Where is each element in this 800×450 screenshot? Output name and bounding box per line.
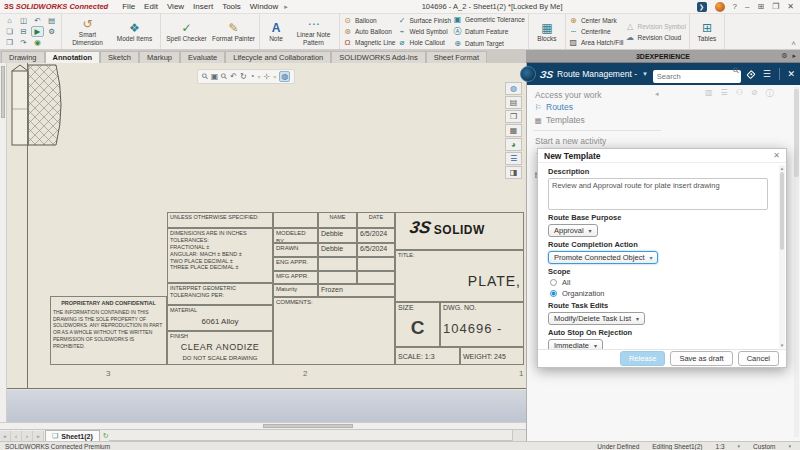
smart-dimension-button[interactable]: ↺ Smart Dimension: [65, 17, 110, 45]
center-mark-button[interactable]: ⊕Center Mark: [569, 16, 624, 25]
radio-unselected-icon[interactable]: [550, 279, 557, 286]
design-library-icon[interactable]: ▤: [505, 96, 522, 109]
menu-pin-icon[interactable]: ▸: [284, 3, 288, 11]
home-icon[interactable]: ⌂: [3, 15, 16, 26]
zoom-area-icon[interactable]: ⚲: [219, 71, 230, 82]
redo-icon[interactable]: ↷: [17, 37, 30, 48]
nav-item-templates[interactable]: ▦ Templates: [534, 115, 585, 125]
help-icon[interactable]: ?: [733, 2, 737, 11]
menu-window[interactable]: Window: [250, 2, 278, 11]
open-icon[interactable]: ❒: [3, 37, 16, 48]
rotate-view-icon[interactable]: ↻: [240, 72, 247, 81]
dialog-close-icon[interactable]: ✕: [773, 151, 780, 160]
orbit-icon[interactable]: ◔: [250, 72, 255, 81]
panel-close-icon[interactable]: ✕: [787, 69, 795, 79]
collapse-arrow-icon[interactable]: ◂: [655, 90, 659, 98]
threedexperience-compass-icon[interactable]: ❯: [697, 2, 707, 12]
tab-markup[interactable]: Markup: [139, 51, 180, 63]
file-explorer-icon[interactable]: ❒: [505, 110, 522, 123]
custom-properties-icon[interactable]: ☰: [505, 152, 522, 165]
geometric-tolerance-button[interactable]: ▣Geometric Tolerance: [453, 15, 525, 24]
save-icon[interactable]: ◫: [17, 15, 30, 26]
close-button[interactable]: ✕: [787, 2, 794, 11]
first-sheet-button[interactable]: «: [0, 431, 11, 441]
dialog-scrollbar[interactable]: ▴ ▾: [779, 165, 785, 348]
auto-balloon-button[interactable]: ⊛Auto Balloon: [343, 27, 395, 36]
magnetic-line-button[interactable]: ΩMagnetic Line: [343, 38, 395, 47]
sheets-icon[interactable]: ▤: [45, 15, 58, 26]
tab-sheet-format[interactable]: Sheet Format: [426, 51, 487, 63]
search-input[interactable]: [653, 70, 741, 83]
model-items-button[interactable]: ❖ Model Items: [112, 21, 157, 42]
minimize-button[interactable]: –: [745, 2, 749, 11]
user-avatar[interactable]: [715, 2, 725, 12]
menu-tools[interactable]: Tools: [222, 2, 241, 11]
weld-symbol-button[interactable]: ⌁Weld Symbol: [397, 27, 451, 36]
app-circle-icon[interactable]: [520, 66, 536, 82]
radio-selected-icon[interactable]: [550, 290, 557, 297]
scale-dropdown-caret-icon[interactable]: ▾: [738, 443, 741, 449]
sheet-tab-active[interactable]: ❏ Sheet1(2): [45, 430, 100, 441]
tag-icon[interactable]: [746, 69, 755, 78]
tab-evaluate[interactable]: Evaluate: [180, 51, 225, 63]
zoom-fit-icon[interactable]: ▣: [211, 72, 219, 81]
undo-icon[interactable]: ↶: [31, 15, 44, 26]
options-gear-icon[interactable]: ⚙: [45, 26, 58, 37]
menu-insert[interactable]: Insert: [193, 2, 213, 11]
person-icon[interactable]: ⚇: [736, 88, 743, 99]
menu-edit[interactable]: Edit: [144, 2, 158, 11]
maximize-button[interactable]: ⊞: [757, 2, 764, 11]
tab-annotation[interactable]: Annotation: [45, 51, 101, 63]
new-document-icon[interactable]: ❏: [3, 26, 16, 37]
cancel-button[interactable]: Cancel: [738, 351, 779, 366]
tab-bar-grip[interactable]: [512, 430, 526, 441]
tab-lifecycle[interactable]: Lifecycle and Collaboration: [225, 51, 331, 63]
route-completion-action-dropdown[interactable]: Promote Connected Object ▾: [548, 251, 658, 264]
balloon-button[interactable]: ⊙Balloon: [343, 16, 395, 25]
dialog-scrollbar-thumb[interactable]: [780, 172, 784, 250]
vertical-scrollbar[interactable]: [0, 63, 7, 429]
menu-file[interactable]: File: [122, 2, 135, 11]
panel-scrollbar[interactable]: [794, 87, 799, 437]
save-as-draft-button[interactable]: Save as draft: [670, 351, 732, 366]
app-switcher-caret-icon[interactable]: ▾: [643, 70, 647, 78]
previous-view-icon[interactable]: ↶: [230, 72, 237, 81]
strip-pin-icon[interactable]: ▸: [792, 52, 796, 60]
apply-scene-globe-icon[interactable]: ◍: [279, 71, 290, 82]
tab-sketch[interactable]: Sketch: [100, 51, 139, 63]
format-painter-button[interactable]: ✎ Format Painter: [211, 21, 256, 42]
blocks-button[interactable]: ▦ Blocks: [532, 21, 562, 42]
panel-app-title[interactable]: Route Management - My R...: [557, 69, 639, 79]
rebuild-traffic-light-icon[interactable]: ◉: [31, 37, 44, 48]
horizontal-scrollbar-thumb[interactable]: [263, 424, 353, 428]
release-button[interactable]: Release: [620, 351, 666, 366]
tab-drawing[interactable]: Drawing: [1, 51, 45, 63]
linear-note-pattern-button[interactable]: ⋯ Linear Note Pattern: [291, 17, 336, 45]
ribbon-collapse-chevron[interactable]: ˄: [791, 39, 796, 48]
tab-addins[interactable]: SOLIDWORKS Add-Ins: [331, 51, 425, 63]
vertical-scrollbar-thumb[interactable]: [1, 66, 5, 118]
revision-cloud-button[interactable]: ☁Revision Cloud: [626, 33, 686, 42]
view-target-icon[interactable]: ⊹: [264, 72, 271, 81]
view-palette-icon[interactable]: ▦: [505, 124, 522, 137]
appearances-scenes-icon[interactable]: ◕: [505, 138, 522, 151]
panel-menu-icon[interactable]: ☰: [763, 69, 771, 79]
sort-menu-icon[interactable]: ☰: [721, 88, 728, 99]
centerline-button[interactable]: ┄Centerline: [569, 27, 624, 36]
tables-button[interactable]: ⊞ Tables: [693, 21, 721, 42]
play-selected-icon[interactable]: ▶: [31, 26, 44, 37]
threedexperience-globe-icon[interactable]: ◍: [505, 82, 522, 95]
horizontal-scrollbar[interactable]: [0, 422, 526, 429]
datum-feature-button[interactable]: ⒶDatum Feature: [453, 26, 525, 37]
previous-sheet-button[interactable]: ‹: [11, 431, 22, 441]
status-scale[interactable]: 1:3: [716, 443, 725, 450]
spell-checker-button[interactable]: ✓ Spell Checker: [164, 21, 209, 42]
scope-option-organization[interactable]: Organization: [550, 289, 773, 298]
panel-scrollbar-thumb[interactable]: [794, 89, 799, 177]
units-dropdown-caret-icon[interactable]: ▾: [788, 443, 791, 449]
auto-stop-dropdown[interactable]: Immediate ▾: [548, 339, 603, 349]
scope-option-all[interactable]: All: [550, 278, 773, 287]
route-task-edits-dropdown[interactable]: Modify/Delete Task List ▾: [548, 312, 645, 325]
hole-callout-button[interactable]: ⌀Hole Callout: [397, 38, 451, 47]
scroll-up-icon[interactable]: ▴: [779, 165, 785, 171]
